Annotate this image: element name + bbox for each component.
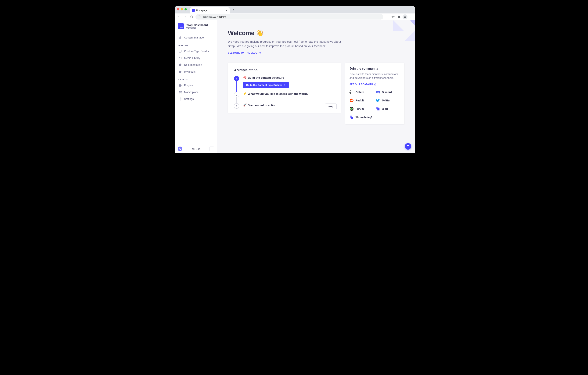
svg-point-4: [411, 16, 411, 17]
app-title: Strapi Dashboard: [186, 23, 208, 27]
sidebar-item-label: Content-Type Builder: [184, 50, 209, 53]
hero-section: Welcome 👋 We hope you are making progres…: [217, 20, 415, 58]
social-link-hiring[interactable]: We are hiring!: [349, 115, 374, 119]
sidebar-header[interactable]: Strapi Dashboard Workplace: [175, 20, 217, 32]
steps-heading: 3 simple steps: [234, 68, 335, 72]
step-1: 1 🧠 Build the content structure Go to th…: [234, 76, 335, 88]
workplace-label: Workplace: [186, 27, 208, 29]
reddit-icon: [349, 99, 354, 103]
close-tab-button[interactable]: ✕: [225, 9, 228, 12]
social-label: Github: [356, 91, 364, 94]
community-body: Discuss with team members, contributors …: [349, 72, 400, 80]
sidebar-item-marketplace[interactable]: Marketplace: [175, 89, 217, 96]
site-info-icon[interactable]: i: [198, 16, 200, 18]
sidebar-item-label: Settings: [184, 98, 194, 100]
svg-point-14: [179, 93, 180, 93]
discord-icon: [376, 90, 380, 94]
menu-button[interactable]: [408, 14, 414, 20]
url-host: localhost:: [202, 15, 212, 18]
browser-toolbar: i localhost:1337/admin/: [175, 13, 415, 20]
social-link-discord[interactable]: Discord: [376, 90, 400, 94]
social-label: We are hiring!: [356, 116, 372, 119]
forward-button[interactable]: [183, 14, 188, 20]
strapi-icon: [376, 107, 380, 111]
sidebar-item-plugins[interactable]: Plugins: [175, 82, 217, 89]
svg-point-10: [179, 57, 180, 58]
info-icon: [178, 63, 182, 66]
discourse-icon: [349, 107, 354, 111]
community-card: Join the community Discuss with team mem…: [345, 63, 404, 124]
sidebar-item-label: My plugin: [184, 70, 196, 73]
sidebar-section-plugins: PLUGINS: [175, 41, 217, 48]
page-title: Welcome 👋: [228, 29, 404, 37]
onboarding-steps-card: 3 simple steps 1 🧠 Build the content str…: [228, 63, 341, 113]
hero-body: We hope you are making progress on your …: [228, 40, 349, 48]
pencil-icon: [178, 36, 182, 39]
sidebar-item-label: Marketplace: [184, 91, 199, 94]
twitter-icon: [376, 99, 380, 103]
cta-label: Go to the Content-type Builder: [246, 84, 282, 87]
back-button[interactable]: [176, 14, 181, 20]
blog-link[interactable]: SEE MORE ON THE BLOG: [228, 52, 261, 54]
step-title-text: See content in action: [248, 103, 276, 107]
strapi-icon: [349, 115, 354, 119]
maximize-window-button[interactable]: [185, 8, 187, 11]
browser-tab[interactable]: Homepage ✕: [190, 7, 230, 13]
url-path: 1337/admin/: [212, 15, 226, 18]
sidebar-item-label: Content Manager: [184, 36, 205, 39]
close-window-button[interactable]: [177, 8, 179, 11]
strapi-logo-icon: [178, 23, 184, 29]
social-link-forum[interactable]: Forum: [349, 107, 374, 111]
social-link-twitter[interactable]: Twitter: [376, 99, 400, 103]
sidebar-section-general: GENERAL: [175, 75, 217, 82]
reload-button[interactable]: [189, 14, 194, 20]
skip-button[interactable]: Skip: [325, 103, 337, 109]
sidebar-item-content-type-builder[interactable]: Content-Type Builder: [175, 48, 217, 55]
content-type-builder-button[interactable]: Go to the Content-type Builder: [243, 82, 289, 88]
extensions-button[interactable]: [397, 14, 402, 20]
user-name[interactable]: Kai Doe: [184, 147, 208, 150]
zap-icon: ⚡: [243, 92, 247, 95]
sidebar: Strapi Dashboard Workplace Content Manag…: [175, 20, 217, 153]
main-panel: Welcome 👋 We hope you are making progres…: [217, 20, 415, 153]
help-button[interactable]: ?: [405, 143, 411, 150]
layout-icon: [178, 49, 182, 53]
social-link-github[interactable]: Github: [349, 90, 374, 94]
bookmark-button[interactable]: [390, 14, 396, 20]
svg-point-5: [411, 17, 411, 18]
svg-point-2: [404, 16, 405, 17]
roadmap-link[interactable]: SEE OUR ROADMAP: [349, 83, 376, 86]
external-link-icon: [259, 52, 261, 54]
address-bar[interactable]: i localhost:1337/admin/: [196, 14, 383, 20]
step-3: 3 🚀 See content in action: [234, 103, 335, 107]
social-label: Twitter: [382, 99, 390, 102]
step-2: 2 ⚡ What would you like to share with th…: [234, 92, 335, 95]
minimize-window-button[interactable]: [181, 8, 183, 11]
external-link-icon: [374, 83, 376, 86]
social-link-blog[interactable]: Blog: [376, 107, 400, 111]
step-number-badge: 1: [234, 76, 239, 81]
collapse-sidebar-button[interactable]: ‹: [210, 146, 214, 151]
tab-title: Homepage: [196, 9, 207, 12]
svg-point-3: [411, 16, 411, 16]
social-label: Blog: [382, 107, 388, 110]
sidebar-item-media-library[interactable]: Media Library: [175, 55, 217, 61]
svg-rect-6: [179, 50, 181, 52]
sidebar-item-settings[interactable]: Settings: [175, 96, 217, 102]
image-icon: [178, 56, 182, 60]
user-avatar[interactable]: KD: [178, 146, 182, 151]
social-label: Forum: [356, 107, 364, 110]
share-button[interactable]: [384, 14, 390, 20]
new-tab-button[interactable]: +: [231, 7, 236, 12]
step-number-badge: 2: [234, 92, 239, 97]
social-link-reddit[interactable]: Reddit: [349, 99, 374, 103]
sidebar-item-documentation[interactable]: Documentation: [175, 61, 217, 68]
tabs-dropdown-button[interactable]: [409, 8, 415, 11]
step-number-badge: 3: [234, 103, 239, 109]
social-label: Discord: [382, 91, 392, 94]
sidebar-item-my-plugin[interactable]: My plugin: [175, 68, 217, 75]
profile-button[interactable]: [403, 14, 408, 19]
arrow-right-icon: [284, 84, 286, 86]
sidebar-item-content-manager[interactable]: Content Manager: [175, 34, 217, 41]
sidebar-item-label: Plugins: [184, 84, 193, 87]
